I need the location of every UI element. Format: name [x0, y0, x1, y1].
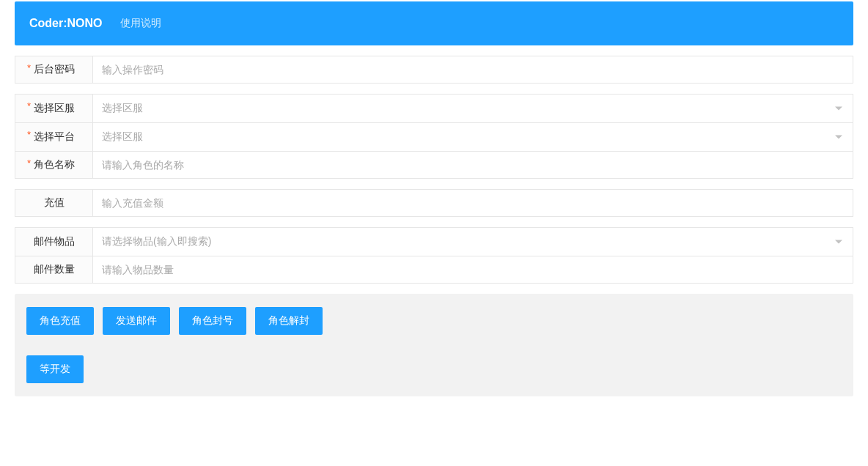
- header-bar: Coder:NONO 使用说明: [15, 1, 853, 45]
- action-panel: 角色充值 发送邮件 角色封号 角色解封 等开发: [15, 294, 853, 396]
- row-recharge: 充值: [15, 189, 853, 217]
- pending-button[interactable]: 等开发: [26, 355, 84, 383]
- control-mail-item[interactable]: 请选择物品(输入即搜索): [93, 228, 853, 256]
- row-password: 后台密码: [15, 56, 853, 84]
- row-platform: 选择平台 选择区服: [15, 122, 853, 152]
- label-mail-qty: 邮件数量: [15, 256, 93, 283]
- button-row-2: 等开发: [26, 355, 842, 383]
- label-server: 选择区服: [15, 95, 93, 122]
- control-server[interactable]: 选择区服: [93, 95, 853, 122]
- select-platform-placeholder: 选择区服: [93, 123, 853, 151]
- control-password: [93, 56, 853, 83]
- input-password[interactable]: [93, 56, 853, 83]
- ban-button[interactable]: 角色封号: [179, 307, 246, 335]
- label-mail-item: 邮件物品: [15, 228, 93, 256]
- block-mail: 邮件物品 请选择物品(输入即搜索) 邮件数量: [15, 227, 853, 284]
- label-role: 角色名称: [15, 152, 93, 178]
- row-mail-item: 邮件物品 请选择物品(输入即搜索): [15, 227, 853, 256]
- button-row-1: 角色充值 发送邮件 角色封号 角色解封: [26, 307, 842, 335]
- brand-title: Coder:NONO: [29, 17, 103, 30]
- row-mail-qty: 邮件数量: [15, 256, 853, 284]
- input-mail-qty[interactable]: [93, 256, 853, 283]
- label-recharge: 充值: [15, 190, 93, 216]
- control-role: [93, 152, 853, 178]
- control-recharge: [93, 190, 853, 216]
- nav-usage[interactable]: 使用说明: [120, 17, 161, 30]
- control-platform[interactable]: 选择区服: [93, 123, 853, 151]
- block-recharge: 充值: [15, 189, 853, 217]
- label-platform: 选择平台: [15, 123, 93, 151]
- row-server: 选择区服 选择区服: [15, 94, 853, 123]
- select-mail-item-placeholder: 请选择物品(输入即搜索): [93, 228, 853, 256]
- block-target: 选择区服 选择区服 选择平台 选择区服 角色名称: [15, 94, 853, 179]
- row-role: 角色名称: [15, 151, 853, 179]
- block-password: 后台密码: [15, 56, 853, 84]
- input-role[interactable]: [93, 152, 853, 178]
- send-mail-button[interactable]: 发送邮件: [103, 307, 170, 335]
- control-mail-qty: [93, 256, 853, 283]
- unban-button[interactable]: 角色解封: [255, 307, 323, 335]
- recharge-button[interactable]: 角色充值: [26, 307, 94, 335]
- input-recharge[interactable]: [93, 190, 853, 216]
- label-password: 后台密码: [15, 56, 93, 83]
- select-server-placeholder: 选择区服: [93, 95, 853, 122]
